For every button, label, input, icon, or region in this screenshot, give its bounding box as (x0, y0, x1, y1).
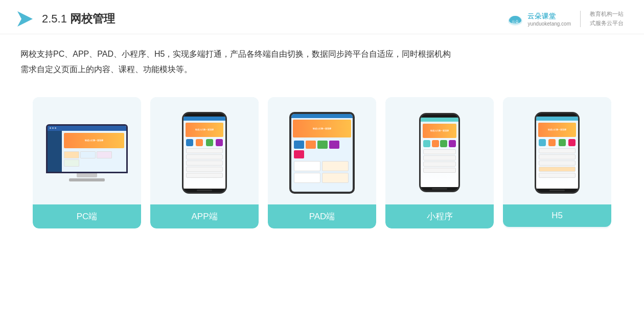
pad-icon-5 (294, 150, 304, 158)
phone-banner-app: 轻进人们第一堂冠课 (186, 123, 223, 137)
phone-icon-3 (206, 139, 213, 146)
phone-screen-h5: 轻进人们第一堂冠课 (536, 117, 578, 189)
phone-screen-mini: 轻进人们第一堂冠课 (421, 118, 458, 187)
brand-divider (580, 11, 581, 27)
pc-label: PC端 (33, 204, 141, 228)
phone-list-item-5 (186, 173, 223, 178)
phone-body-h5: 轻进人们第一堂冠课 (535, 112, 580, 194)
pad-banner-text: 轻进人们第一堂冠课 (313, 127, 331, 130)
brand-text: 云朵课堂 yunduoketang.com (527, 12, 571, 27)
phone-banner-h5: 轻进人们第一堂冠课 (538, 123, 576, 137)
pad-card-1 (294, 161, 320, 171)
pad-cards-grid (291, 160, 353, 184)
pc-base (69, 178, 105, 181)
header: 2.5.1 网校管理 云朵 云朵课堂 yunduoketang.com (0, 0, 644, 34)
section-name: 网校管理 (70, 12, 115, 25)
logo-arrow-icon (15, 9, 35, 29)
phone-notch-h5 (551, 113, 563, 117)
pc-screen-inner: 轻进人们第一堂冠课 (48, 126, 126, 172)
brand-slogan: 教育机构一站 式服务云平台 (590, 10, 624, 28)
miniprogram-preview: 轻进人们第一堂冠课 (385, 97, 494, 204)
desc-line2: 需求自定义页面上的内容、课程、功能模块等。 (20, 62, 624, 77)
h5-list-item-3 (539, 160, 576, 166)
pc-preview: 轻进人们第一堂冠课 (33, 97, 141, 204)
card-pad: 轻进人们第一堂冠课 (268, 97, 376, 228)
phone-home-bar-app (197, 190, 212, 191)
pc-card-3 (97, 151, 112, 158)
brand-url: yunduoketang.com (527, 21, 571, 27)
pc-nav-bar (48, 126, 126, 131)
phone-notch-app (198, 113, 211, 117)
pad-icons-row (291, 139, 353, 160)
pc-stand (77, 173, 97, 177)
brand-logo: 云朵 云朵课堂 yunduoketang.com (506, 10, 571, 28)
phone-list-item-4 (186, 167, 223, 172)
phone-list-app (185, 147, 224, 179)
card-pc: 轻进人们第一堂冠课 (33, 97, 141, 228)
pad-body: 轻进人们第一堂冠课 (289, 112, 355, 194)
pad-card-2 (322, 161, 349, 171)
pad-icon-1 (294, 141, 304, 149)
cloud-icon: 云朵 (506, 10, 524, 28)
phone-screen-app: 轻进人们第一堂冠课 (183, 117, 225, 189)
card-h5: 轻进人们第一堂冠课 (503, 97, 611, 228)
pad-screen: 轻进人们第一堂冠课 (291, 114, 353, 192)
slogan-line2: 式服务云平台 (590, 19, 624, 28)
phone-content-mini: 轻进人们第一堂冠课 (421, 122, 458, 175)
h5-list-item-1 (539, 148, 576, 153)
phone-status-bar-mini (421, 118, 458, 122)
pad-banner: 轻进人们第一堂冠课 (293, 120, 351, 137)
mini-icon-3 (440, 140, 447, 147)
phone-body-app: 轻进人们第一堂冠课 (182, 112, 227, 194)
pad-preview: 轻进人们第一堂冠课 (268, 97, 376, 204)
mini-list-item-1 (423, 149, 456, 154)
pad-card-4 (322, 173, 349, 183)
pad-status-bar (291, 114, 353, 118)
app-phone: 轻进人们第一堂冠课 (181, 112, 227, 194)
pc-dot-3 (55, 127, 56, 129)
phone-status-bar-app (183, 117, 225, 121)
mini-icon-1 (423, 140, 430, 147)
miniprogram-label: 小程序 (385, 204, 494, 228)
description-block: 网校支持PC、APP、PAD、小程序、H5，实现多端打通，产品各终端自由切换，数… (0, 34, 644, 83)
phone-icons-h5-row (537, 138, 577, 147)
pc-monitor: 轻进人们第一堂冠课 (46, 124, 128, 173)
miniprogram-phone: 轻进人们第一堂冠课 (417, 113, 463, 192)
phone-list-item-1 (186, 148, 223, 153)
h5-icon-3 (559, 139, 566, 146)
h5-preview: 轻进人们第一堂冠课 (503, 97, 611, 204)
pc-dot-2 (52, 127, 54, 129)
phone-body-mini: 轻进人们第一堂冠课 (419, 113, 460, 192)
pc-device: 轻进人们第一堂冠课 (46, 124, 128, 181)
h5-icon-2 (548, 139, 556, 146)
card-miniprogram: 轻进人们第一堂冠课 (385, 97, 494, 228)
phone-icon-1 (186, 139, 193, 146)
h5-list-item-4 (539, 167, 576, 172)
pc-banner: 轻进人们第一堂冠课 (64, 133, 124, 148)
pad-label: PAD端 (268, 204, 376, 228)
phone-banner-text-mini: 轻进人们第一堂冠课 (430, 130, 449, 132)
phone-banner-mini: 轻进人们第一堂冠课 (423, 124, 456, 138)
phone-content-h5: 轻进人们第一堂冠课 (536, 121, 578, 180)
pc-banner-text: 轻进人们第一堂冠课 (85, 139, 103, 142)
pad-icon-4 (329, 141, 339, 149)
phone-home-bar-h5 (549, 190, 565, 191)
phone-icon-4 (216, 139, 223, 146)
brand-name: 云朵课堂 (527, 12, 571, 21)
pc-content-row: 轻进人们第一堂冠课 (48, 131, 126, 172)
pc-dot-1 (50, 127, 51, 129)
h5-phone: 轻进人们第一堂冠课 (534, 112, 580, 194)
phone-icons-row-app (185, 138, 224, 147)
h5-list-item-2 (539, 154, 576, 159)
page-title: 2.5.1 网校管理 (42, 11, 115, 27)
device-cards-container: 轻进人们第一堂冠课 (0, 83, 644, 239)
phone-banner-text-app: 轻进人们第一堂冠课 (195, 129, 214, 131)
mini-list-item-3 (423, 162, 456, 167)
pc-cards-grid (62, 150, 126, 168)
card-app: 轻进人们第一堂冠课 (150, 97, 259, 228)
phone-notch-mini (433, 114, 446, 118)
app-label: APP端 (150, 204, 259, 228)
phone-icons-mini-row (422, 139, 457, 148)
section-number: 2.5.1 (42, 12, 67, 25)
pc-main: 轻进人们第一堂冠课 (62, 131, 126, 172)
